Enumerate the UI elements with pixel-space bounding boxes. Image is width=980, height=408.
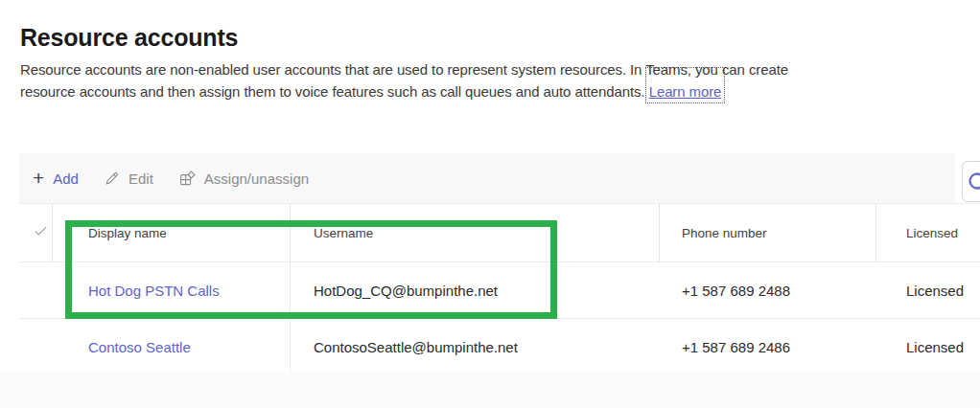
select-all-control[interactable]: [19, 204, 53, 261]
username-cell: ContosoSeattle@bumpinthe.net: [291, 319, 660, 374]
plus-icon: +: [33, 168, 44, 188]
pencil-icon: [105, 170, 120, 186]
column-header-phone-number[interactable]: Phone number: [660, 204, 876, 261]
row-checkbox-cell[interactable]: [19, 262, 53, 318]
assign-unassign-button-label: Assign/unassign: [204, 170, 309, 187]
add-button[interactable]: + Add: [33, 170, 79, 188]
phone-number-cell: +1 587 689 2488: [660, 262, 876, 318]
username-cell: HotDog_CQ@bumpinthe.net: [291, 262, 660, 318]
row-checkbox-cell[interactable]: [19, 319, 53, 374]
description-line-2: resource accounts and then assign them t…: [20, 83, 645, 100]
assign-unassign-button[interactable]: Assign/unassign: [179, 170, 309, 187]
page-title: Resource accounts: [20, 24, 238, 52]
grid-diamond-icon: [179, 170, 196, 187]
display-name-cell: Hot Dog PSTN Calls: [53, 262, 291, 318]
page-footer-area: [0, 372, 980, 408]
column-header-licensed[interactable]: Licensed: [876, 204, 980, 261]
magnifier-icon: [963, 188, 980, 204]
table-row[interactable]: Hot Dog PSTN Calls HotDog_CQ@bumpinthe.n…: [19, 262, 980, 319]
licensed-cell: Licensed: [876, 319, 980, 374]
resource-accounts-table: Display name Username Phone number Licen…: [19, 203, 980, 375]
search-button[interactable]: [962, 161, 980, 202]
page-description: Resource accounts are non-enabled user a…: [20, 59, 788, 102]
resource-accounts-page: Resource accounts Resource accounts are …: [0, 0, 980, 408]
column-header-display-name[interactable]: Display name: [53, 204, 291, 261]
phone-number-cell: +1 587 689 2486: [660, 319, 876, 374]
edit-button[interactable]: Edit: [105, 170, 153, 187]
description-line-1: Resource accounts are non-enabled user a…: [20, 61, 788, 78]
table-row[interactable]: Contoso Seattle ContosoSeattle@bumpinthe…: [19, 319, 980, 375]
display-name-link[interactable]: Contoso Seattle: [88, 339, 191, 355]
display-name-cell: Contoso Seattle: [53, 319, 291, 374]
licensed-cell: Licensed: [876, 262, 980, 318]
table-toolbar: + Add Edit Assign/unassign: [19, 153, 955, 203]
learn-more-link[interactable]: Learn more: [649, 81, 722, 103]
column-header-username[interactable]: Username: [291, 204, 660, 261]
add-button-label: Add: [53, 170, 79, 187]
display-name-link[interactable]: Hot Dog PSTN Calls: [88, 283, 220, 299]
table-header-row: Display name Username Phone number Licen…: [19, 203, 980, 262]
checkmark-icon: [33, 223, 49, 242]
edit-button-label: Edit: [128, 170, 153, 187]
